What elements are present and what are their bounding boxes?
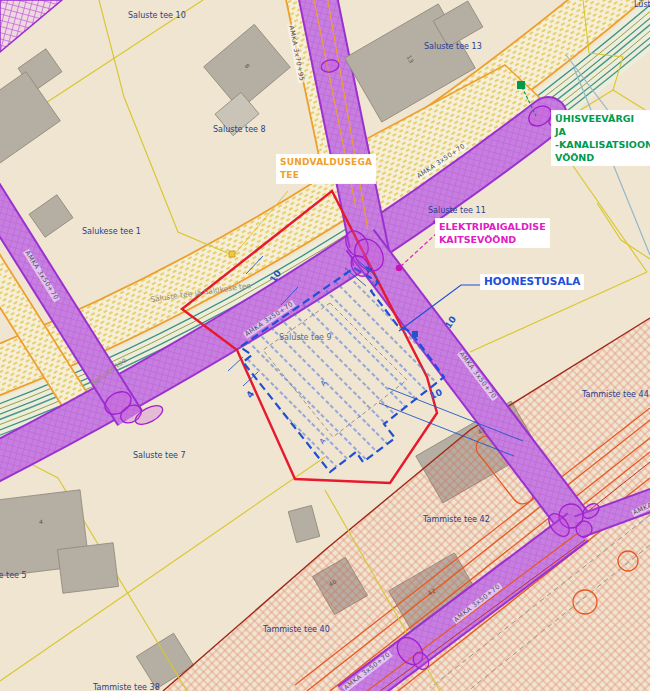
parcel-label-tammiste-tee-44: Tammiste tee 44 [582,391,649,400]
annotation-sundvaldusega-tee: SUNDVALDUSEGA TEE [277,155,375,183]
parcel-label-saluste-tee-5: Saluste tee 5 [0,572,27,581]
annotation-sundvaldusega-line2: TEE [280,169,372,182]
annotation-veevark-voond: ÜHISVEEVÄRGI JA -KANALISATSIOONI VÖÖND [552,111,650,165]
annotation-veevark-line1: ÜHISVEEVÄRGI [555,112,650,125]
parcel-label-tammiste-tee-42: Tammiste tee 42 [423,516,490,525]
annotation-hoonestusala: HOONESTUSALA [481,275,583,289]
annotation-veevark-line3: -KANALISATSIOONI [555,138,650,151]
parcel-label-tammiste-tee-38: Tammiste tee 38 [93,684,160,691]
parcel-label-salukese-tee-1: Salukese tee 1 [82,228,141,237]
annotation-sundvaldusega-line1: SUNDVALDUSEGA [280,156,372,169]
parcel-label-saluste-tee-9: Saluste tee 9 [279,334,332,343]
parcel-label-corner-partial: Lüst [634,1,650,10]
parcel-label-saluste-tee-11: Saluste tee 11 [428,207,486,216]
parcel-label-saluste-tee-13: Saluste tee 13 [424,43,482,52]
annotation-elekter-line2: KAITSEVÖÖND [439,233,546,246]
parcel-label-saluste-tee-8: Saluste tee 8 [213,126,266,135]
annotation-veevark-line4: VÖÖND [555,151,650,164]
map-drawing [0,0,650,691]
parcel-label-saluste-tee-10: Saluste tee 10 [128,12,186,21]
map-canvas[interactable]: Saluste tee 10 Saluste tee 8 Saluste tee… [0,0,650,691]
parcel-label-saluste-tee-7: Saluste tee 7 [133,452,186,461]
annotation-veevark-line2: JA [555,125,650,138]
annotation-elektripaigaldise: ELEKTRIPAIGALDISE KAITSEVÖÖND [436,219,549,247]
annotation-elekter-line1: ELEKTRIPAIGALDISE [439,220,546,233]
house-number-4: 4 [39,519,43,526]
parcel-label-tammiste-tee-40: Tammiste tee 40 [263,626,330,635]
